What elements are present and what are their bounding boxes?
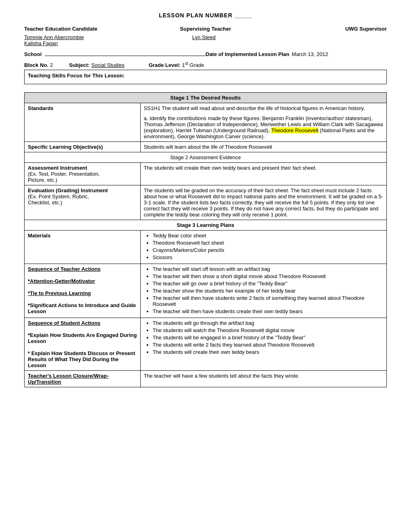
list-item: The teacher will then have students crea…: [153, 308, 383, 314]
subject-value: Social Studies: [91, 62, 125, 68]
lesson-plan-table: Stage 1 The Desired Results Standards SS…: [24, 92, 387, 387]
school-line: [45, 56, 206, 56]
teacher-actions-label: Sequence of Teacher Actions *Attention-G…: [25, 264, 141, 318]
uwg-supervisor-label: UWG Supervisor: [267, 26, 387, 32]
standards-text2: a. Identify the contributions made by th…: [144, 115, 383, 139]
list-item: The teacher will start off lesson with a…: [153, 266, 383, 272]
list-item: Teddy Bear color sheet: [153, 233, 383, 239]
closure-label: Teacher's Lesson Closure/Wrap-Up/Transit…: [25, 371, 141, 387]
objective-content: Students will learn about the life of Th…: [140, 142, 386, 152]
teacher-actions-content: The teacher will start off lesson with a…: [140, 264, 386, 318]
block-value: 2: [50, 62, 53, 68]
closure-title: Teacher's Lesson Closure/Wrap-Up/Transit…: [28, 373, 109, 385]
student-actions-list: The students will go through the artifac…: [144, 320, 383, 355]
assessment-label: Assessment Instrument (Ex. Test, Poster,…: [25, 163, 141, 185]
list-item: The teacher will then have students writ…: [153, 295, 383, 307]
date-label: Date of Implemented Lesson Plan: [206, 51, 289, 57]
block-label: Block No.: [24, 62, 48, 68]
materials-list: Teddy Bear color sheet Theodore Roosevel…: [144, 233, 383, 260]
list-item: The teacher will go over a brief history…: [153, 281, 383, 287]
list-item: The students will create their own teddy…: [153, 349, 383, 355]
materials-content: Teddy Bear color sheet Theodore Roosevel…: [140, 231, 386, 264]
list-item: The students will go through the artifac…: [153, 320, 383, 326]
teacher-actions-title: Sequence of Teacher Actions: [28, 266, 101, 272]
list-item: The students will write 2 facts they lea…: [153, 342, 383, 348]
list-item: The teacher show the students her exampl…: [153, 288, 383, 294]
list-item: Crayons/Markers/Color pencils: [153, 247, 383, 253]
teacher-actions-sub3: *Significant Actions to Introduce and Gu…: [28, 302, 136, 314]
supervisor-name-text: Lyn Steed: [192, 34, 216, 40]
standards-text1: SS1H1 The student will read about and de…: [144, 105, 383, 111]
list-item: The students will be engaged in a brief …: [153, 335, 383, 341]
closure-content: The teacher will have a few students tel…: [140, 371, 386, 387]
teaching-skills-label: Teaching Skills Focus for This Lesson:: [28, 73, 125, 79]
grade-value: 1st Grade: [182, 61, 204, 68]
student-actions-content: The students will go through the artifac…: [140, 318, 386, 371]
assessment-content: The students will create their own teddy…: [140, 163, 386, 185]
student-actions-title: Sequence of Student Actions: [28, 320, 100, 326]
uwg-supervisor-value: [267, 34, 387, 46]
evaluation-content: The students will be graded on the accur…: [140, 185, 386, 220]
student-actions-sub1: *Explain How Students Are Engaged During…: [28, 332, 137, 344]
list-item: Scissors: [153, 254, 383, 260]
page-title: LESSON PLAN NUMBER _____: [24, 12, 387, 19]
standards-label: Standards: [25, 103, 141, 142]
list-item: The students will watch the Theodore Roo…: [153, 327, 383, 333]
student-actions-label: Sequence of Student Actions *Explain How…: [25, 318, 141, 371]
teacher-actions-sub2: *Tie to Previous Learning: [28, 290, 91, 296]
stage3-header: Stage 3 Learning Plans: [25, 220, 387, 231]
teaching-skills-box: Teaching Skills Focus for This Lesson:: [24, 70, 387, 84]
standards-highlight: Theodore Roosevelt: [271, 127, 318, 133]
teacher-candidate-label: Teacher Education Candidate: [24, 26, 144, 32]
candidate-name-1: Tommie Ann Abercrombie: [24, 34, 144, 40]
date-value: March 13, 2012: [292, 51, 328, 57]
materials-label: Materials: [25, 231, 141, 264]
stage2-header: Stage 2 Assessment Evidence: [25, 152, 387, 163]
stage1-header: Stage 1 The Desired Results: [25, 93, 387, 103]
evaluation-label: Evaluation (Grading) Instrument (Ex. Poi…: [25, 185, 141, 220]
student-actions-sub2: * Explain How Students Discuss or Presen…: [28, 350, 135, 368]
teacher-actions-sub1: *Attention-Getter/Motivator: [28, 278, 95, 284]
objective-label: Specific Learning Objective(s): [25, 142, 141, 152]
list-item: The teacher will then show a short digit…: [153, 273, 383, 279]
grade-label: Grade Level:: [149, 62, 181, 68]
subject-label: Subject:: [69, 62, 89, 68]
school-label: School: [24, 51, 42, 57]
candidate-names: Tommie Ann Abercrombie Kalisha Fagan: [24, 34, 144, 46]
supervising-teacher-label: Supervising Teacher: [144, 26, 267, 32]
supervisor-name: Lyn Steed: [144, 34, 267, 46]
list-item: Theodore Roosevelt fact sheet: [153, 240, 383, 246]
teacher-actions-list: The teacher will start off lesson with a…: [144, 266, 383, 314]
standards-content: SS1H1 The student will read about and de…: [140, 103, 386, 142]
candidate-name-2: Kalisha Fagan: [24, 40, 144, 46]
